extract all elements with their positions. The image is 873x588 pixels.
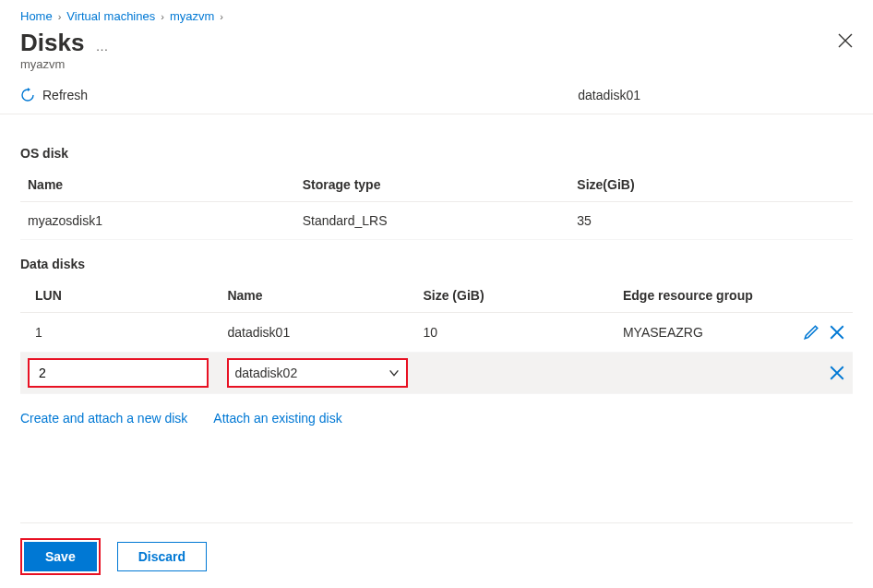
close-button[interactable] — [838, 30, 853, 56]
refresh-icon — [20, 88, 35, 102]
os-disk-name: myazosdisk1 — [20, 202, 295, 240]
chevron-down-icon — [388, 366, 401, 379]
page-subtitle: myazvm — [0, 57, 873, 78]
os-disk-storage-type: Standard_LRS — [295, 202, 570, 240]
os-disk-title: OS disk — [20, 146, 853, 161]
os-disk-table: Name Storage type Size(GiB) myazosdisk1 … — [20, 168, 853, 240]
toolbar-status-text: datadisk01 — [578, 88, 853, 102]
link-row: Create and attach a new disk Attach an e… — [20, 394, 853, 442]
more-menu[interactable]: … — [95, 39, 109, 54]
disk-name-selected: datadisk02 — [234, 366, 297, 380]
os-disk-col-storage-type: Storage type — [295, 168, 570, 202]
create-attach-link[interactable]: Create and attach a new disk — [20, 411, 187, 426]
data-disks-title: Data disks — [20, 257, 853, 271]
data-disk-name: datadisk01 — [220, 313, 415, 353]
close-icon — [829, 324, 845, 341]
os-disk-col-size: Size(GiB) — [569, 168, 853, 202]
data-disk-lun: 1 — [20, 313, 220, 353]
save-highlight: Save — [20, 538, 101, 575]
breadcrumb: Home › Virtual machines › myazvm › — [0, 0, 873, 29]
close-icon — [829, 365, 845, 381]
delete-button[interactable] — [829, 324, 845, 341]
discard-button[interactable]: Discard — [117, 542, 207, 571]
breadcrumb-vm-name[interactable]: myazvm — [170, 9, 214, 23]
lun-input[interactable] — [28, 358, 209, 388]
chevron-right-icon: › — [58, 11, 62, 22]
data-disk-size: 10 — [415, 313, 615, 353]
page-title: Disks — [20, 29, 84, 57]
footer: Save Discard — [20, 522, 853, 575]
pencil-icon — [803, 324, 819, 341]
close-icon — [838, 33, 853, 48]
table-row: myazosdisk1 Standard_LRS 35 — [20, 202, 853, 240]
chevron-right-icon: › — [161, 11, 164, 22]
refresh-button[interactable]: Refresh — [20, 88, 88, 102]
disk-name-select[interactable]: datadisk02 — [227, 358, 408, 388]
data-disk-col-erg: Edge resource group — [616, 279, 788, 313]
data-disk-col-lun: LUN — [20, 279, 220, 313]
breadcrumb-home[interactable]: Home — [20, 9, 53, 23]
editing-row: datadisk02 — [20, 353, 853, 394]
refresh-label: Refresh — [42, 88, 88, 102]
data-disk-col-name: Name — [220, 279, 415, 313]
save-button[interactable]: Save — [24, 542, 97, 571]
breadcrumb-virtual-machines[interactable]: Virtual machines — [66, 9, 155, 23]
data-disk-col-size: Size (GiB) — [415, 279, 615, 313]
page-header: Disks … — [0, 29, 873, 57]
chevron-right-icon: › — [220, 11, 223, 22]
toolbar: Refresh datadisk01 — [0, 78, 873, 114]
attach-existing-link[interactable]: Attach an existing disk — [213, 411, 341, 426]
data-disk-erg: MYASEAZRG — [616, 313, 788, 353]
os-disk-size: 35 — [569, 202, 853, 240]
delete-button[interactable] — [829, 365, 845, 381]
edit-button[interactable] — [803, 324, 819, 341]
data-disks-table: LUN Name Size (GiB) Edge resource group … — [20, 279, 853, 394]
os-disk-col-name: Name — [20, 168, 295, 202]
table-row: 1 datadisk01 10 MYASEAZRG — [20, 313, 853, 353]
